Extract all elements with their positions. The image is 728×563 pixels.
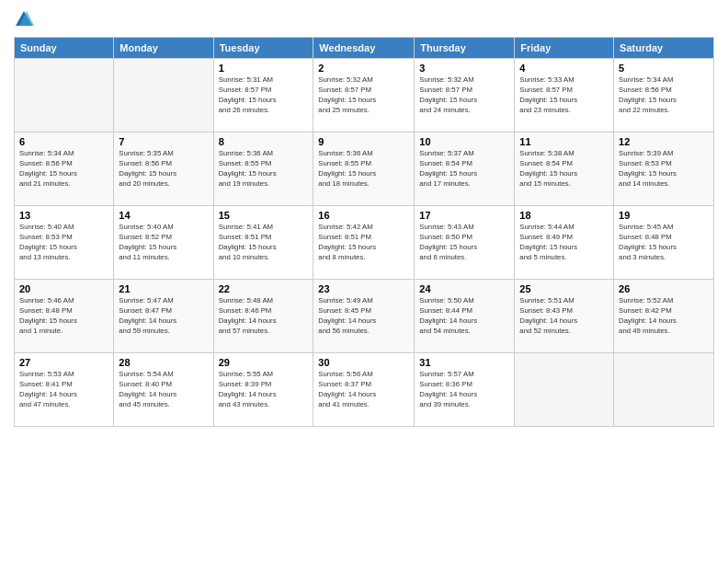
day-number: 22 xyxy=(219,283,309,294)
table-row: 11Sunrise: 5:38 AM Sunset: 8:54 PM Dayli… xyxy=(515,132,614,206)
day-number: 25 xyxy=(519,283,609,294)
table-row: 6Sunrise: 5:34 AM Sunset: 8:56 PM Daylig… xyxy=(15,132,114,206)
table-row: 23Sunrise: 5:49 AM Sunset: 8:45 PM Dayli… xyxy=(313,280,415,353)
day-detail: Sunrise: 5:37 AM Sunset: 8:54 PM Dayligh… xyxy=(419,149,509,190)
table-row: 27Sunrise: 5:53 AM Sunset: 8:41 PM Dayli… xyxy=(15,353,114,427)
day-detail: Sunrise: 5:42 AM Sunset: 8:51 PM Dayligh… xyxy=(318,223,409,263)
day-number: 2 xyxy=(318,63,409,74)
day-detail: Sunrise: 5:51 AM Sunset: 8:43 PM Dayligh… xyxy=(519,296,609,337)
day-number: 20 xyxy=(19,283,108,294)
day-detail: Sunrise: 5:35 AM Sunset: 8:56 PM Dayligh… xyxy=(119,149,208,190)
day-number: 4 xyxy=(519,63,609,74)
day-detail: Sunrise: 5:32 AM Sunset: 8:57 PM Dayligh… xyxy=(318,75,409,116)
table-row: 22Sunrise: 5:48 AM Sunset: 8:46 PM Dayli… xyxy=(213,280,313,353)
day-number: 26 xyxy=(619,283,709,294)
table-row: 12Sunrise: 5:39 AM Sunset: 8:53 PM Dayli… xyxy=(614,132,714,206)
day-detail: Sunrise: 5:49 AM Sunset: 8:45 PM Dayligh… xyxy=(318,296,409,337)
day-detail: Sunrise: 5:32 AM Sunset: 8:57 PM Dayligh… xyxy=(419,75,509,116)
day-detail: Sunrise: 5:34 AM Sunset: 8:56 PM Dayligh… xyxy=(19,149,108,190)
day-number: 21 xyxy=(119,283,208,294)
day-detail: Sunrise: 5:57 AM Sunset: 8:36 PM Dayligh… xyxy=(419,370,509,410)
table-row: 25Sunrise: 5:51 AM Sunset: 8:43 PM Dayli… xyxy=(515,280,614,353)
day-detail: Sunrise: 5:34 AM Sunset: 8:56 PM Dayligh… xyxy=(619,75,709,116)
day-number: 19 xyxy=(619,210,709,221)
table-row: 7Sunrise: 5:35 AM Sunset: 8:56 PM Daylig… xyxy=(114,132,213,206)
day-detail: Sunrise: 5:50 AM Sunset: 8:44 PM Dayligh… xyxy=(419,296,509,337)
table-row: 30Sunrise: 5:56 AM Sunset: 8:37 PM Dayli… xyxy=(313,353,415,427)
day-number: 14 xyxy=(119,210,208,221)
table-row: 13Sunrise: 5:40 AM Sunset: 8:53 PM Dayli… xyxy=(15,206,114,280)
day-number: 3 xyxy=(419,63,509,74)
day-number: 13 xyxy=(19,210,108,221)
col-friday: Friday xyxy=(515,38,614,59)
day-detail: Sunrise: 5:40 AM Sunset: 8:52 PM Dayligh… xyxy=(119,223,208,263)
day-number: 15 xyxy=(219,210,309,221)
col-tuesday: Tuesday xyxy=(213,38,313,59)
day-detail: Sunrise: 5:48 AM Sunset: 8:46 PM Dayligh… xyxy=(219,296,309,337)
day-detail: Sunrise: 5:55 AM Sunset: 8:39 PM Dayligh… xyxy=(219,370,309,410)
calendar-week-row: 13Sunrise: 5:40 AM Sunset: 8:53 PM Dayli… xyxy=(15,206,714,280)
day-detail: Sunrise: 5:45 AM Sunset: 8:48 PM Dayligh… xyxy=(619,223,709,263)
calendar-table: Sunday Monday Tuesday Wednesday Thursday… xyxy=(14,37,714,427)
table-row: 26Sunrise: 5:52 AM Sunset: 8:42 PM Dayli… xyxy=(614,280,714,353)
table-row: 17Sunrise: 5:43 AM Sunset: 8:50 PM Dayli… xyxy=(415,206,515,280)
table-row: 21Sunrise: 5:47 AM Sunset: 8:47 PM Dayli… xyxy=(114,280,213,353)
day-detail: Sunrise: 5:36 AM Sunset: 8:55 PM Dayligh… xyxy=(318,149,409,190)
day-detail: Sunrise: 5:33 AM Sunset: 8:57 PM Dayligh… xyxy=(519,75,609,116)
col-sunday: Sunday xyxy=(15,38,114,59)
day-number: 7 xyxy=(119,136,208,147)
day-detail: Sunrise: 5:41 AM Sunset: 8:51 PM Dayligh… xyxy=(219,223,309,263)
calendar-week-row: 27Sunrise: 5:53 AM Sunset: 8:41 PM Dayli… xyxy=(15,353,714,427)
day-detail: Sunrise: 5:36 AM Sunset: 8:55 PM Dayligh… xyxy=(219,149,309,190)
day-detail: Sunrise: 5:39 AM Sunset: 8:53 PM Dayligh… xyxy=(619,149,709,190)
day-detail: Sunrise: 5:40 AM Sunset: 8:53 PM Dayligh… xyxy=(19,223,108,263)
calendar-week-row: 6Sunrise: 5:34 AM Sunset: 8:56 PM Daylig… xyxy=(15,132,714,206)
col-thursday: Thursday xyxy=(415,38,515,59)
day-detail: Sunrise: 5:54 AM Sunset: 8:40 PM Dayligh… xyxy=(119,370,208,410)
table-row: 8Sunrise: 5:36 AM Sunset: 8:55 PM Daylig… xyxy=(213,132,313,206)
day-number: 1 xyxy=(219,63,309,74)
table-row: 2Sunrise: 5:32 AM Sunset: 8:57 PM Daylig… xyxy=(313,59,415,132)
table-row: 3Sunrise: 5:32 AM Sunset: 8:57 PM Daylig… xyxy=(415,59,515,132)
table-row xyxy=(15,59,114,132)
table-row: 16Sunrise: 5:42 AM Sunset: 8:51 PM Dayli… xyxy=(313,206,415,280)
day-number: 16 xyxy=(318,210,409,221)
day-number: 6 xyxy=(19,136,108,147)
col-wednesday: Wednesday xyxy=(313,38,415,59)
day-number: 18 xyxy=(519,210,609,221)
day-detail: Sunrise: 5:47 AM Sunset: 8:47 PM Dayligh… xyxy=(119,296,208,337)
table-row: 14Sunrise: 5:40 AM Sunset: 8:52 PM Dayli… xyxy=(114,206,213,280)
day-detail: Sunrise: 5:46 AM Sunset: 8:48 PM Dayligh… xyxy=(19,296,108,337)
day-number: 24 xyxy=(419,283,509,294)
day-number: 12 xyxy=(619,136,709,147)
table-row: 9Sunrise: 5:36 AM Sunset: 8:55 PM Daylig… xyxy=(313,132,415,206)
table-row: 18Sunrise: 5:44 AM Sunset: 8:49 PM Dayli… xyxy=(515,206,614,280)
table-row: 5Sunrise: 5:34 AM Sunset: 8:56 PM Daylig… xyxy=(614,59,714,132)
col-monday: Monday xyxy=(114,38,213,59)
table-row xyxy=(614,353,714,427)
logo-icon xyxy=(14,9,34,29)
day-number: 23 xyxy=(318,283,409,294)
col-saturday: Saturday xyxy=(614,38,714,59)
table-row: 31Sunrise: 5:57 AM Sunset: 8:36 PM Dayli… xyxy=(415,353,515,427)
day-number: 11 xyxy=(519,136,609,147)
day-detail: Sunrise: 5:31 AM Sunset: 8:57 PM Dayligh… xyxy=(219,75,309,116)
day-number: 17 xyxy=(419,210,509,221)
calendar-page: Sunday Monday Tuesday Wednesday Thursday… xyxy=(0,0,728,563)
day-number: 31 xyxy=(419,357,509,368)
day-number: 28 xyxy=(119,357,208,368)
day-detail: Sunrise: 5:52 AM Sunset: 8:42 PM Dayligh… xyxy=(619,296,709,337)
calendar-week-row: 1Sunrise: 5:31 AM Sunset: 8:57 PM Daylig… xyxy=(15,59,714,132)
logo xyxy=(14,9,38,29)
table-row: 29Sunrise: 5:55 AM Sunset: 8:39 PM Dayli… xyxy=(213,353,313,427)
day-detail: Sunrise: 5:53 AM Sunset: 8:41 PM Dayligh… xyxy=(19,370,108,410)
day-number: 8 xyxy=(219,136,309,147)
table-row: 19Sunrise: 5:45 AM Sunset: 8:48 PM Dayli… xyxy=(614,206,714,280)
day-number: 9 xyxy=(318,136,409,147)
day-number: 27 xyxy=(19,357,108,368)
table-row: 20Sunrise: 5:46 AM Sunset: 8:48 PM Dayli… xyxy=(15,280,114,353)
day-detail: Sunrise: 5:44 AM Sunset: 8:49 PM Dayligh… xyxy=(519,223,609,263)
day-number: 5 xyxy=(619,63,709,74)
day-number: 29 xyxy=(219,357,309,368)
weekday-header-row: Sunday Monday Tuesday Wednesday Thursday… xyxy=(15,38,714,59)
